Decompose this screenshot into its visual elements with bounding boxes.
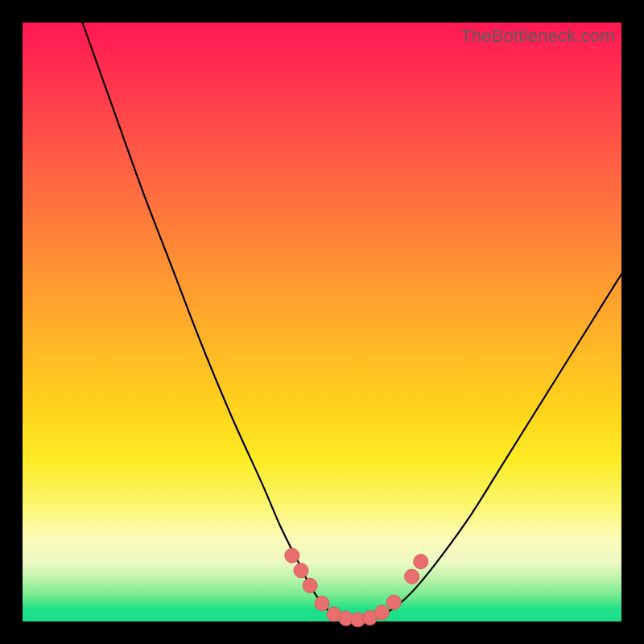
curve-marker	[315, 597, 329, 611]
curve-marker	[414, 555, 428, 569]
curve-marker	[386, 595, 401, 609]
curve-marker	[405, 569, 419, 584]
chart-frame: TheBottleneck.com	[0, 0, 644, 644]
plot-area: TheBottleneck.com	[23, 23, 621, 621]
curve-marker	[294, 564, 308, 578]
bottleneck-curve	[23, 23, 621, 621]
curve-marker	[285, 548, 299, 563]
curve-marker	[374, 605, 389, 620]
curve-marker	[303, 578, 317, 592]
